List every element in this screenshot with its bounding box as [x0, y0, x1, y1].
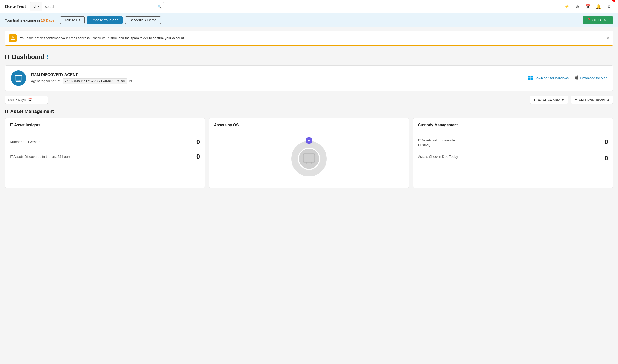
search-input[interactable]: [42, 2, 155, 11]
page-title-row: IT Dashboard ⁝: [5, 49, 613, 65]
it-asset-insights-card: IT Asset Insights Number of IT Assets 0 …: [5, 118, 205, 188]
download-windows-link[interactable]: Download for Windows: [528, 75, 569, 81]
warning-banner: ⚠ You have not yet confirmed your email …: [5, 31, 613, 46]
trial-days: 15 Days: [41, 18, 54, 22]
talk-to-us-button[interactable]: Talk To Us: [60, 16, 85, 24]
agent-tag-row: Agent tag for setup: a40fc8d0d64171a5127…: [31, 78, 523, 84]
question-icon: ❓: [587, 18, 591, 22]
bell-icon-button[interactable]: 🔔: [594, 2, 603, 11]
search-filter-dropdown[interactable]: All ▼: [30, 2, 42, 11]
download-mac-link[interactable]: Download for Mac: [574, 75, 607, 81]
search-container: All ▼ 🔍: [30, 2, 164, 11]
custody-management-title: Custody Management: [418, 123, 608, 130]
it-assets-discovered-label: IT Assets Discovered in the last 24 hour…: [10, 155, 70, 158]
chevron-down-icon: ▼: [37, 5, 39, 8]
main-content: IT Dashboard ⁝ ITAM DISCOVERY AGENT Agen…: [0, 49, 618, 193]
guide-me-button[interactable]: ❓ GUIDE ME: [582, 16, 613, 24]
windows-icon: [528, 75, 533, 81]
it-asset-insights-title: IT Asset Insights: [10, 123, 200, 130]
search-filter-label: All: [33, 5, 37, 9]
trial-buttons: Talk To Us Choose Your Plan Schedule A D…: [60, 16, 161, 24]
magnifier-icon: 🔍: [157, 5, 162, 9]
toolbar-right: IT DASHBOARD ▼ ✏ EDIT DASHBOARD: [530, 96, 613, 104]
gear-icon-button[interactable]: ⚙: [605, 2, 613, 11]
header-icons: ⚡ ⊕ 📅 🔔 ⚙: [562, 2, 613, 11]
page-title: IT Dashboard: [5, 53, 45, 61]
edit-dashboard-button[interactable]: ✏ EDIT DASHBOARD: [571, 96, 613, 104]
svg-rect-7: [531, 78, 533, 80]
agent-tag-value: a40fc8d0d64171a51271a0b9b3cd2f98: [63, 78, 127, 84]
svg-rect-5: [531, 76, 533, 78]
agent-tag-label: Agent tag for setup:: [31, 79, 60, 83]
search-submit-button[interactable]: 🔍: [155, 2, 164, 11]
svg-point-9: [299, 149, 319, 169]
svg-rect-4: [528, 76, 530, 78]
calendar-icon-button[interactable]: 📅: [583, 2, 592, 11]
number-of-it-assets-row: Number of IT Assets 0: [10, 135, 200, 149]
checkin-due-today-value: 0: [604, 155, 608, 162]
it-assets-discovered-value: 0: [196, 153, 200, 160]
trial-banner: Your trial is expiring in 15 Days Talk T…: [0, 13, 618, 27]
agent-title: ITAM DISCOVERY AGENT: [31, 73, 523, 77]
checkin-due-today-row: Assets Checkin Due Today 0: [418, 151, 608, 166]
app-title: DocsTest: [5, 4, 26, 9]
svg-rect-0: [15, 75, 22, 80]
add-icon-button[interactable]: ⊕: [573, 2, 581, 11]
copy-icon-button[interactable]: ⧉: [129, 79, 132, 83]
number-of-it-assets-label: Number of IT Assets: [10, 140, 40, 144]
warning-message: You have not yet confirmed your email ad…: [20, 36, 603, 40]
agent-icon: [11, 70, 26, 86]
title-menu-icon[interactable]: ⁝: [47, 54, 48, 60]
apple-icon: [574, 75, 579, 81]
number-of-it-assets-value: 0: [196, 138, 200, 146]
calendar-filter-icon: 📅: [28, 98, 32, 102]
cards-grid: IT Asset Insights Number of IT Assets 0 …: [5, 118, 613, 188]
assets-by-os-card: Assets by OS 0: [209, 118, 409, 188]
lightning-icon-button[interactable]: ⚡: [562, 2, 571, 11]
warning-icon: ⚠: [9, 34, 16, 42]
dashboard-selector-button[interactable]: IT DASHBOARD ▼: [530, 96, 568, 104]
os-chart: 0: [214, 135, 404, 183]
agent-info: ITAM DISCOVERY AGENT Agent tag for setup…: [31, 73, 523, 84]
choose-plan-button[interactable]: Choose Your Plan: [87, 16, 123, 24]
agent-downloads: Download for Windows Download for Mac: [528, 75, 607, 81]
section-title: IT Asset Management: [5, 109, 613, 114]
header: DocsTest All ▼ 🔍 ⚡ ⊕ 📅 🔔 ⚙: [0, 0, 618, 13]
checkin-due-today-label: Assets Checkin Due Today: [418, 155, 458, 159]
inconsistent-custody-label: IT Assets with Inconsistent Custody: [418, 138, 466, 147]
schedule-demo-button[interactable]: Schedule A Demo: [125, 16, 161, 24]
assets-by-os-title: Assets by OS: [214, 123, 404, 130]
date-filter-button[interactable]: Last 7 Days 📅: [5, 96, 48, 104]
os-donut-svg: [290, 140, 328, 178]
toolbar: Last 7 Days 📅 IT DASHBOARD ▼ ✏ EDIT DASH…: [5, 96, 613, 104]
inconsistent-custody-row: IT Assets with Inconsistent Custody 0: [418, 135, 608, 151]
date-filter-label: Last 7 Days: [8, 98, 26, 102]
trial-text: Your trial is expiring in 15 Days: [5, 18, 54, 22]
os-donut-container: 0: [290, 140, 328, 178]
os-donut-badge: 0: [306, 137, 312, 144]
chevron-down-icon: ▼: [561, 98, 564, 102]
inconsistent-custody-value: 0: [604, 138, 608, 146]
it-assets-discovered-row: IT Assets Discovered in the last 24 hour…: [10, 149, 200, 164]
warning-close-button[interactable]: ×: [606, 36, 609, 41]
svg-rect-6: [528, 78, 530, 80]
agent-card: ITAM DISCOVERY AGENT Agent tag for setup…: [5, 65, 613, 91]
custody-management-card: Custody Management IT Assets with Incons…: [413, 118, 613, 188]
